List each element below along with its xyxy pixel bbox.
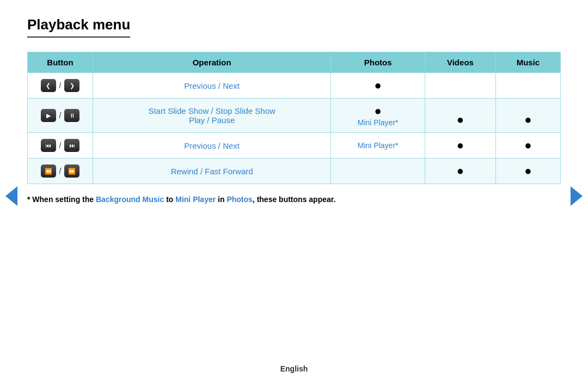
col-header-photos: Photos — [331, 52, 425, 73]
rewind-button-icon: ⏪ — [41, 164, 56, 178]
operation-cell: Rewind / Fast Forward — [93, 159, 331, 184]
music-cell: ● — [495, 133, 560, 159]
col-header-button: Button — [28, 52, 93, 73]
page-title: Playback menu — [27, 16, 130, 38]
operation-cell: Previous / Next — [93, 133, 331, 159]
photos-cell: Mini Player* — [331, 133, 425, 159]
skipfwd-button-icon: ⏭ — [64, 139, 79, 152]
prev-button-icon: ❮ — [41, 79, 56, 92]
videos-cell: ● — [425, 133, 496, 159]
separator: / — [59, 111, 62, 120]
separator: / — [59, 167, 62, 175]
col-header-videos: Videos — [425, 52, 496, 73]
button-cell: ❮ / ❯ — [28, 73, 93, 99]
button-cell: ⏮ / ⏭ — [28, 133, 93, 159]
dot-indicator: ● — [524, 113, 531, 126]
music-cell: ● ● — [495, 99, 560, 133]
dot-indicator: ● — [457, 138, 464, 152]
dot-indicator: ● — [457, 113, 464, 126]
videos-cell: ● — [425, 159, 496, 184]
table-row: ⏪ / ⏩ Rewind / Fast Forward ● ● — [28, 159, 561, 184]
button-cell: ⏪ / ⏩ — [28, 159, 93, 184]
background-music-link: Background Music — [96, 195, 164, 204]
mini-player-label: Mini Player* — [358, 118, 399, 127]
operation-text: Rewind / Fast Forward — [171, 167, 253, 176]
music-cell: ● — [495, 159, 560, 184]
next-button-icon: ❯ — [64, 79, 79, 92]
playback-table: Button Operation Photos Videos Music ❮ /… — [27, 52, 561, 184]
nav-next-arrow[interactable] — [571, 186, 583, 206]
operation-text-playpause: Play / Pause — [189, 115, 235, 125]
dot-indicator: ● — [524, 138, 531, 152]
separator: / — [59, 81, 62, 90]
footnote-text-to: to — [164, 195, 175, 204]
pause-button-icon: ⏸ — [64, 109, 79, 122]
table-row: ▶ / ⏸ Start Slide Show / Stop Slide Show… — [28, 99, 561, 133]
footnote-text-before: * When setting the — [27, 195, 96, 204]
fastfwd-button-icon: ⏩ — [64, 164, 79, 178]
col-header-operation: Operation — [93, 52, 331, 73]
footnote: * When setting the Background Music to M… — [27, 194, 561, 205]
dot-indicator: ● — [375, 78, 382, 92]
footnote-text-after: , these buttons appear. — [253, 195, 335, 204]
dot-indicator: ● — [524, 164, 531, 178]
table-row: ❮ / ❯ Previous / Next ● — [28, 73, 561, 99]
videos-cell — [425, 73, 496, 99]
mini-player-label: Mini Player* — [358, 141, 399, 150]
footnote-text-in: in — [216, 195, 226, 204]
operation-text: Previous / Next — [184, 81, 240, 90]
col-header-music: Music — [495, 52, 560, 73]
operation-cell: Start Slide Show / Stop Slide Show Play … — [93, 99, 331, 133]
dot-indicator: ● — [457, 164, 464, 178]
table-row: ⏮ / ⏭ Previous / Next Mini Player* ● ● — [28, 133, 561, 159]
operation-text: Previous / Next — [184, 141, 240, 150]
photos-link: Photos — [226, 195, 252, 204]
play-button-icon: ▶ — [41, 109, 56, 122]
videos-cell: ● ● — [425, 99, 496, 133]
music-cell — [495, 73, 560, 99]
mini-player-link: Mini Player — [175, 195, 216, 204]
skipback-button-icon: ⏮ — [41, 139, 56, 152]
photos-cell — [331, 159, 425, 184]
operation-text-slideshow: Start Slide Show / Stop Slide Show — [148, 106, 275, 115]
nav-prev-arrow[interactable] — [5, 186, 17, 206]
operation-cell: Previous / Next — [93, 73, 331, 99]
separator: / — [59, 141, 62, 150]
photos-cell: ● — [331, 73, 425, 99]
footer-language: English — [0, 364, 588, 373]
photos-cell: ● Mini Player* — [331, 99, 425, 133]
dot-indicator: ● — [375, 104, 382, 118]
button-cell: ▶ / ⏸ — [28, 99, 93, 133]
